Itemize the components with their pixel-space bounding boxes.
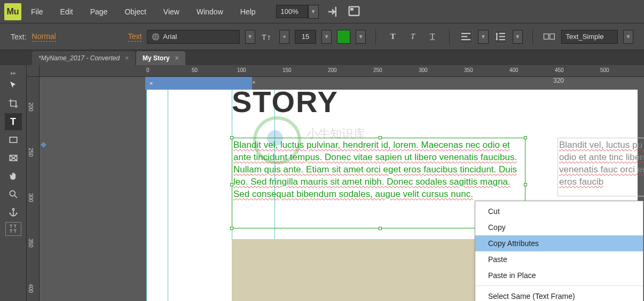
horizontal-ruler[interactable]: 0 50 100 150 200 250 300 350 400 450 500… [40,65,644,77]
text-frame-tool[interactable]: T TT T [5,222,21,236]
text-content: Blandit vel, luctus pu nec odio et ante … [559,139,644,188]
font-name: Arial [163,33,177,41]
resize-handle[interactable] [230,183,233,186]
font-dropdown[interactable]: ▼ [245,30,255,44]
ruler-tick: 200 [328,67,337,73]
tab-mystory[interactable]: My Story × [136,51,185,65]
ruler-tick: 100 [237,67,246,73]
size-down[interactable]: ▾ [279,30,289,44]
selection-tool[interactable] [5,77,22,94]
leading-button[interactable] [494,30,507,44]
svg-point-18 [12,209,14,210]
font-select[interactable]: Arial [147,30,239,44]
color-dropdown[interactable]: ▼ [356,30,366,44]
ruler-tick: 400 [28,284,34,293]
ruler-tick: 500 [600,67,609,73]
svg-rect-1 [350,8,354,11]
ruler-tick: 50 [192,67,198,73]
ctx-paste[interactable]: Paste [475,251,643,267]
preview-icon[interactable] [347,4,362,19]
resize-handle[interactable] [379,136,382,139]
bold-button[interactable]: T [387,30,399,43]
crop-tool[interactable] [5,95,22,112]
align-button[interactable] [459,30,473,44]
guide[interactable] [146,90,147,301]
italic-button[interactable]: T [406,30,419,43]
menu-file[interactable]: File [23,4,51,19]
zoom-tool[interactable] [5,186,22,203]
page-strip: × × 320 [40,77,644,90]
paragraph-style-select[interactable]: Text_Simple [561,30,618,44]
ruler-tick: 0 [146,67,150,73]
svg-text:T: T [262,33,266,42]
ruler-tick: 400 [509,67,519,73]
resize-handle[interactable] [524,136,527,139]
font-size-input[interactable] [295,30,316,44]
zoom-input[interactable] [276,5,308,18]
resize-handle[interactable] [230,227,233,230]
text-tool[interactable]: T [5,113,22,130]
anchor-tool[interactable] [5,204,22,221]
frame-tool[interactable] [5,149,22,167]
ruler-tick: 150 [282,67,292,73]
svg-rect-12 [10,137,17,142]
ctx-cut[interactable]: Cut [475,203,643,219]
ruler-tick: 250 [28,148,34,157]
text-color-swatch[interactable] [337,30,350,44]
ruler-tick: 350 [464,67,473,73]
ctx-copy[interactable]: Copy [475,219,643,235]
underline-button[interactable]: T [426,30,438,43]
zoom-dropdown[interactable]: ▼ [308,5,319,19]
resize-handle[interactable] [230,136,233,139]
app-logo: Mu [4,3,21,20]
divider [449,29,450,45]
document-tabs: *MyName_2017 - Converted × My Story × [0,50,644,65]
divider [375,29,376,45]
rectangle-tool[interactable] [5,131,22,148]
toolbox-expand[interactable]: ▸▸ [0,69,26,76]
align-dropdown[interactable]: ▼ [478,30,488,44]
page-heading: STORY [232,84,339,119]
close-icon[interactable]: × [150,80,153,86]
ctx-copy-attributes[interactable]: Copy Attributes [475,235,643,251]
zoom-control: ▼ [276,5,319,19]
ctx-paste-in-place[interactable]: Paste in Place [475,267,643,283]
menu-object[interactable]: Object [117,4,153,19]
publish-icon[interactable] [325,4,340,19]
menu-page[interactable]: Page [83,4,115,19]
svg-rect-10 [544,34,548,39]
divider [532,29,533,45]
font-size-icon: TT [261,30,274,44]
tab-label: My Story [143,54,170,62]
resize-handle[interactable] [379,227,382,230]
para-style-dropdown[interactable]: ▼ [623,30,633,44]
ruler-tick: 300 [28,193,34,202]
ruler-marker-icon[interactable]: ◆ [41,140,46,148]
close-icon[interactable]: × [125,54,129,62]
text-content[interactable]: Blandit vel, luctus pulvinar, hendrerit … [233,139,524,201]
ruler-tick: 200 [28,102,34,112]
svg-line-17 [14,196,17,198]
svg-text:T: T [267,35,271,41]
leading-dropdown[interactable]: ▼ [513,30,523,44]
resize-handle[interactable] [524,183,527,186]
context-menu: Cut Copy Copy Attributes Paste Paste in … [475,201,643,301]
vertical-ruler[interactable]: 200 250 300 350 400 [27,77,40,301]
text-state-link[interactable]: Normal [32,32,56,42]
menubar: Mu File Edit Page Object View Window Hel… [0,0,644,23]
text-link[interactable]: Text [128,32,142,42]
link-button[interactable] [543,30,556,44]
menu-window[interactable]: Window [189,4,231,19]
guide[interactable] [168,90,168,301]
menu-view[interactable]: View [156,4,187,19]
text-frame[interactable]: Blandit vel, luctus pu nec odio et ante … [557,138,644,196]
ruler-tick: 250 [373,67,382,73]
close-icon[interactable]: × [175,54,179,62]
tab-myname[interactable]: *MyName_2017 - Converted × [32,51,135,65]
hand-tool[interactable] [5,168,22,185]
page-width-label: 320 [553,77,564,84]
menu-help[interactable]: Help [233,4,263,19]
ctx-select-same[interactable]: Select Same (Text Frame) [475,288,643,301]
menu-edit[interactable]: Edit [53,4,81,19]
size-dropdown[interactable]: ▼ [321,30,332,44]
